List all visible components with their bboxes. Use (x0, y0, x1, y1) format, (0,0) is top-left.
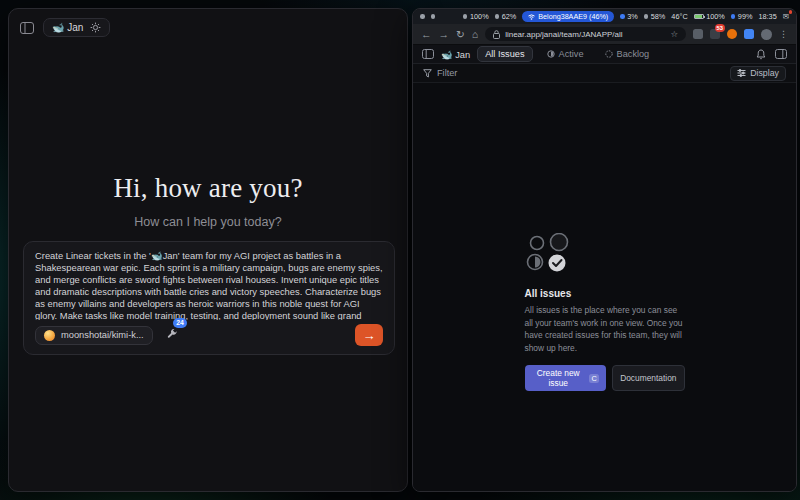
chat-input-text[interactable]: Create Linear tickets in the '🐋Jan' team… (35, 250, 383, 320)
tab-backlog[interactable]: Backlog (598, 47, 657, 61)
notifications-bell-icon[interactable] (756, 49, 766, 60)
extensions-puzzle-icon[interactable] (693, 29, 703, 39)
cpu-indicator: 58% (644, 12, 666, 21)
home-icon[interactable]: ⌂ (472, 29, 478, 40)
display-sliders-icon (737, 69, 746, 77)
model-provider-icon (44, 330, 55, 341)
empty-state-title: All issues (525, 288, 685, 299)
team-label: 🐋 Jan (52, 22, 83, 33)
empty-state-actions: Create new issue C Documentation (525, 365, 685, 391)
all-issues-empty-state: All issues All issues is the place where… (525, 233, 685, 391)
profile-avatar[interactable] (761, 29, 772, 40)
tray-icon[interactable] (431, 14, 436, 19)
jan-topbar: 🐋 Jan (9, 9, 407, 37)
issue-status-icons (525, 233, 577, 273)
create-new-issue-button[interactable]: Create new issue C (525, 365, 607, 391)
tab-all-issues[interactable]: All Issues (477, 46, 532, 62)
documentation-button[interactable]: Documentation (612, 365, 684, 391)
address-bar[interactable]: linear.app/janai/team/JANAPP/all ☆ (485, 27, 686, 41)
clock: 18:35 (758, 12, 776, 21)
tray-icon[interactable] (420, 14, 425, 19)
mail-icon: ✉ (783, 12, 789, 21)
battery-indicator: 100% (694, 12, 725, 21)
tools-button[interactable]: 24 (166, 326, 178, 344)
filter-button[interactable]: Filter (423, 68, 457, 78)
in-progress-status-icon (547, 50, 555, 58)
desktop: 🐋 Jan Hi, how are you? How can I help yo… (0, 0, 800, 500)
wifi-icon (528, 14, 535, 20)
linear-tabbar: 🐋 Jan All Issues Active Backlog (413, 45, 796, 64)
chat-input-controls: moonshotai/kimi-k... 24 → (35, 324, 383, 346)
extension-icon[interactable] (727, 29, 737, 39)
forward-icon[interactable]: → (439, 29, 450, 40)
extension-icon[interactable]: 53 (710, 29, 720, 39)
site-security-icon (493, 30, 500, 39)
brightness-icon (495, 14, 500, 19)
tab-active[interactable]: Active (540, 47, 591, 61)
empty-state-description: All issues is the place where you can se… (525, 304, 685, 354)
right-panel-icon[interactable] (775, 49, 787, 59)
send-button[interactable]: → (355, 324, 383, 346)
settings-gear-icon[interactable] (90, 22, 101, 33)
browser-menu-icon[interactable]: ⋮ (779, 29, 788, 39)
linear-filterbar: Filter Display (413, 64, 796, 83)
memory-icon (731, 14, 736, 19)
backlog-status-icon (605, 50, 613, 58)
speaker-icon (463, 14, 468, 19)
wifi-network-pill[interactable]: Belong38AAE9 (46%) (522, 11, 614, 22)
chat-input-box[interactable]: Create Linear tickets in the '🐋Jan' team… (23, 241, 395, 355)
brightness-indicator: 62% (495, 12, 517, 21)
team-selector[interactable]: 🐋 Jan (43, 18, 110, 37)
back-icon[interactable]: ← (421, 29, 432, 40)
notification-dot (789, 10, 793, 14)
reload-icon[interactable]: ↻ (456, 29, 465, 40)
system-status-bar: 100% 62% Belong38AAE9 (46%) 3% 58% 46°C (413, 9, 796, 24)
temperature-indicator: 46°C (671, 12, 687, 21)
greeting-subtitle: How can I help you today? (9, 215, 407, 229)
browser-toolbar: ← → ↻ ⌂ linear.app/janai/team/JANAPP/all… (413, 24, 796, 45)
tabbar-right (756, 49, 787, 60)
cpu-icon (644, 14, 649, 19)
model-selector[interactable]: moonshotai/kimi-k... (35, 326, 153, 345)
bookmark-star-icon[interactable]: ☆ (670, 29, 678, 39)
extension-icon[interactable] (744, 29, 754, 39)
greeting-heading: Hi, how are you? (9, 173, 407, 204)
wrench-icon (166, 326, 178, 343)
browser-window: 100% 62% Belong38AAE9 (46%) 3% 58% 46°C (412, 8, 797, 492)
battery-icon (694, 14, 704, 19)
extension-badge: 53 (715, 24, 725, 32)
keyboard-shortcut-badge: C (589, 374, 599, 383)
sidebar-toggle-icon[interactable] (20, 22, 34, 34)
memory-indicator: 99% (731, 12, 753, 21)
tools-count-badge: 24 (173, 318, 188, 328)
display-button[interactable]: Display (730, 66, 786, 81)
linear-content: All issues All issues is the place where… (413, 83, 796, 491)
mail-button[interactable]: ✉ (783, 12, 789, 21)
model-name: moonshotai/kimi-k... (61, 330, 144, 340)
greeting-block: Hi, how are you? How can I help you toda… (9, 173, 407, 229)
gpu-icon (620, 14, 625, 19)
linear-team-label[interactable]: 🐋 Jan (441, 49, 470, 60)
linear-sidebar-toggle-icon[interactable] (422, 49, 434, 59)
filter-funnel-icon (423, 69, 432, 78)
volume-indicator: 100% (463, 12, 489, 21)
gpu-indicator: 3% (620, 12, 638, 21)
jan-app-window: 🐋 Jan Hi, how are you? How can I help yo… (8, 8, 408, 492)
send-arrow-icon: → (363, 329, 376, 342)
url-text: linear.app/janai/team/JANAPP/all (505, 30, 665, 39)
